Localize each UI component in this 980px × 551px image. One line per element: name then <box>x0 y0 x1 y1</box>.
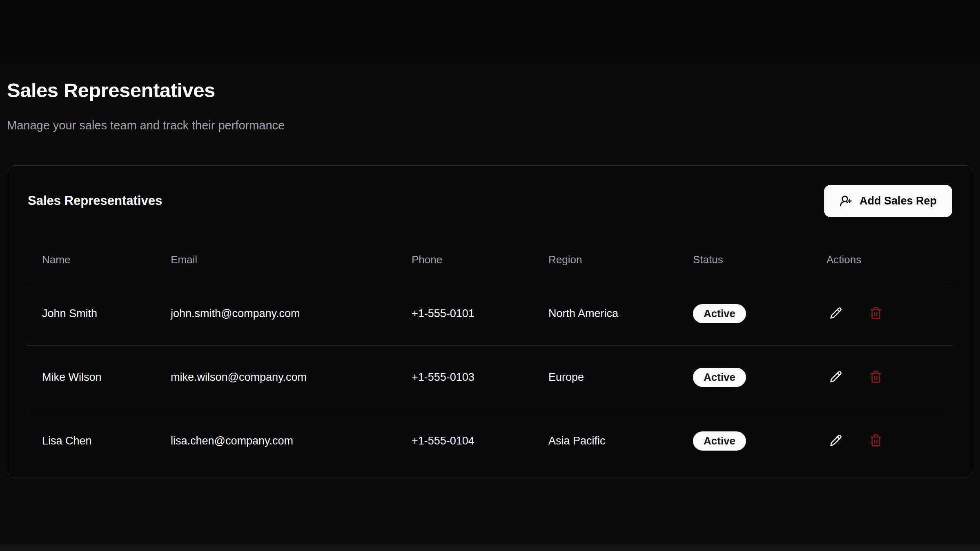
edit-button[interactable] <box>826 432 845 451</box>
main-content: Sales Representatives Manage your sales … <box>0 63 980 544</box>
rep-name: Mike Wilson <box>28 346 156 409</box>
delete-button[interactable] <box>866 368 885 387</box>
rep-phone: +1-555-0104 <box>397 409 534 473</box>
table-row: John Smith john.smith@company.com +1-555… <box>28 282 952 346</box>
trash-icon <box>869 307 882 321</box>
edit-button[interactable] <box>826 304 845 323</box>
status-badge: Active <box>693 431 746 451</box>
status-badge: Active <box>693 368 746 387</box>
page-title: Sales Representatives <box>7 78 973 102</box>
add-sales-rep-label: Add Sales Rep <box>860 195 937 207</box>
user-plus-icon <box>840 195 852 207</box>
trash-icon <box>869 370 882 384</box>
card-title: Sales Representatives <box>28 193 162 208</box>
row-actions <box>826 368 944 387</box>
card-header: Sales Representatives Add Sales Rep <box>28 184 952 217</box>
edit-button[interactable] <box>826 368 845 387</box>
page-subtitle: Manage your sales team and track their p… <box>7 117 973 134</box>
rep-name: Lisa Chen <box>28 409 156 473</box>
table-row: Mike Wilson mike.wilson@company.com +1-5… <box>28 346 952 409</box>
delete-button[interactable] <box>866 432 885 451</box>
status-badge: Active <box>693 304 746 323</box>
column-header-phone: Phone <box>397 217 534 282</box>
rep-phone: +1-555-0101 <box>397 282 534 346</box>
add-sales-rep-button[interactable]: Add Sales Rep <box>824 185 952 217</box>
table-row: Lisa Chen lisa.chen@company.com +1-555-0… <box>28 409 952 473</box>
table-header-row: Name Email Phone Region Status Actions <box>28 217 952 282</box>
column-header-actions: Actions <box>812 217 952 282</box>
pencil-icon <box>830 307 842 320</box>
column-header-region: Region <box>534 217 679 282</box>
rep-region: Europe <box>534 346 679 409</box>
rep-region: North America <box>534 282 679 346</box>
rep-region: Asia Pacific <box>534 409 679 473</box>
rep-name: John Smith <box>28 282 156 346</box>
column-header-email: Email <box>156 217 397 282</box>
column-header-name: Name <box>28 217 156 282</box>
trash-icon <box>869 434 882 448</box>
rep-email: lisa.chen@company.com <box>156 409 397 473</box>
sales-reps-table: Name Email Phone Region Status Actions J… <box>28 217 952 473</box>
rep-phone: +1-555-0103 <box>397 346 534 409</box>
sales-reps-card: Sales Representatives Add Sales Rep <box>7 165 973 478</box>
row-actions <box>826 432 944 451</box>
pencil-icon <box>830 434 842 448</box>
rep-email: mike.wilson@company.com <box>156 346 397 409</box>
bottom-edge-strip <box>0 544 980 551</box>
column-header-status: Status <box>679 217 812 282</box>
top-header-area <box>0 0 980 63</box>
delete-button[interactable] <box>866 304 885 323</box>
row-actions <box>826 304 944 323</box>
pencil-icon <box>830 371 842 384</box>
rep-email: john.smith@company.com <box>156 282 397 346</box>
